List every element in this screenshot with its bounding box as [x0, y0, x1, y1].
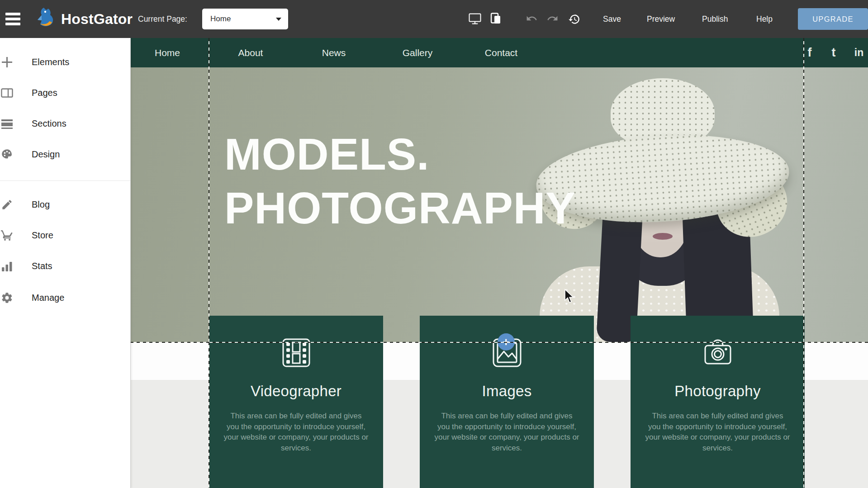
site-nav-bar[interactable]: Home About News Gallery Contact f t in — [130, 38, 868, 67]
sidebar-item-stats[interactable]: Stats — [0, 257, 130, 275]
card-title: Photography — [631, 383, 805, 400]
chevron-down-icon — [275, 15, 282, 23]
site-nav-home[interactable]: Home — [155, 38, 180, 67]
sidebar-item-label: Pages — [32, 84, 57, 102]
sidebar-item-label: Blog — [32, 195, 50, 213]
hero-title-line1: MODELS. — [224, 128, 576, 181]
gator-icon — [35, 7, 57, 31]
card-body: This area can be fully edited and gives … — [645, 411, 791, 453]
redo-icon[interactable] — [545, 12, 559, 26]
twitter-icon[interactable]: t — [827, 38, 840, 67]
mouse-cursor — [564, 289, 574, 304]
sidebar-divider — [0, 180, 130, 181]
card-body: This area can be fully edited and gives … — [434, 411, 580, 453]
desktop-view-icon[interactable] — [468, 12, 482, 26]
pencil-icon — [1, 199, 13, 211]
sidebar-item-store[interactable]: Store — [0, 226, 130, 244]
pages-icon — [1, 87, 13, 99]
upgrade-button[interactable]: UPGRADE — [798, 8, 868, 30]
selection-dashed-border-bottom — [130, 342, 868, 343]
history-icon[interactable] — [567, 12, 581, 26]
model-lips — [653, 233, 673, 240]
selection-dashed-border-right — [803, 38, 804, 488]
editor-toolbar: HostGator Current Page: Home Save Previe… — [0, 0, 868, 38]
selection-dashed-border-left — [209, 38, 209, 488]
linkedin-icon[interactable]: in — [851, 38, 867, 67]
card-title: Images — [420, 383, 594, 400]
editor-sidebar: Elements Pages Sections Design Blog Stor… — [0, 38, 131, 488]
card-title: Videographer — [209, 383, 383, 400]
palette-icon — [1, 148, 13, 161]
site-nav-about[interactable]: About — [238, 38, 263, 67]
brand-name: HostGator — [61, 11, 133, 28]
sidebar-item-pages[interactable]: Pages — [0, 84, 130, 102]
hero-title[interactable]: MODELS. PHOTOGRAPHY — [224, 128, 576, 235]
gear-icon — [1, 292, 13, 304]
bar-chart-icon — [1, 260, 13, 272]
hostgator-logo: HostGator — [35, 7, 133, 31]
current-page-label: Current Page: — [138, 14, 187, 24]
sidebar-item-elements[interactable]: Elements — [0, 53, 130, 71]
sidebar-item-sections[interactable]: Sections — [0, 114, 130, 133]
page-dropdown[interactable]: Home — [202, 9, 288, 29]
sidebar-item-label: Design — [32, 145, 60, 163]
facebook-icon[interactable]: f — [803, 38, 816, 67]
site-nav-news[interactable]: News — [322, 38, 346, 67]
sidebar-item-label: Sections — [32, 114, 66, 133]
sidebar-item-label: Stats — [32, 257, 52, 275]
cart-icon — [1, 229, 13, 242]
preview-button[interactable]: Preview — [647, 14, 675, 24]
mobile-view-icon[interactable] — [489, 12, 503, 26]
card-body: This area can be fully edited and gives … — [223, 411, 369, 453]
site-nav-contact[interactable]: Contact — [485, 38, 517, 67]
help-button[interactable]: Help — [756, 14, 773, 24]
sidebar-item-manage[interactable]: Manage — [0, 289, 130, 307]
sidebar-item-label: Store — [32, 226, 53, 244]
hamburger-menu-icon[interactable] — [5, 12, 22, 26]
sidebar-item-design[interactable]: Design — [0, 145, 130, 163]
site-nav-gallery[interactable]: Gallery — [403, 38, 433, 67]
publish-button[interactable]: Publish — [702, 14, 728, 24]
sidebar-item-blog[interactable]: Blog — [0, 195, 130, 213]
site-preview-canvas: Home About News Gallery Contact f t in M… — [130, 38, 868, 488]
plus-icon — [1, 56, 13, 68]
sections-icon — [1, 118, 13, 130]
page-dropdown-value: Home — [210, 14, 231, 24]
sidebar-item-label: Manage — [32, 289, 64, 307]
sidebar-item-label: Elements — [32, 53, 69, 71]
hero-section[interactable]: MODELS. PHOTOGRAPHY — [130, 67, 868, 342]
save-button[interactable]: Save — [603, 14, 621, 24]
hero-title-line2: PHOTOGRAPHY — [224, 181, 576, 235]
undo-icon[interactable] — [525, 12, 538, 26]
